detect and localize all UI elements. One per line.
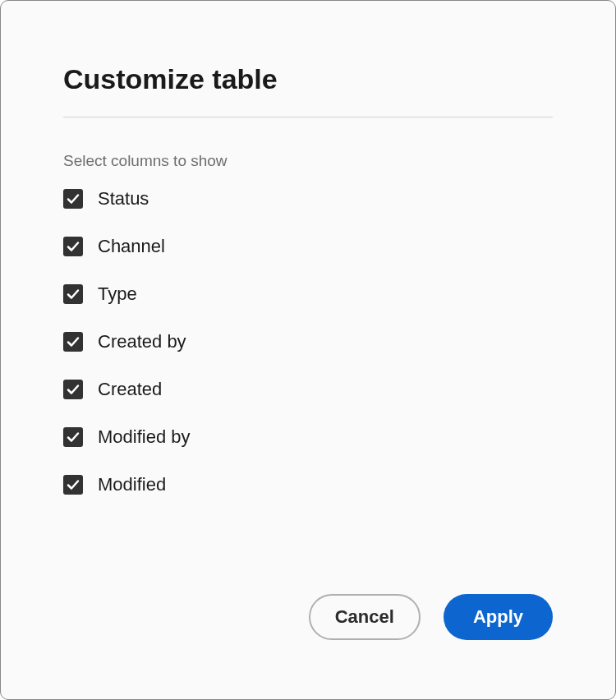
dialog-title: Customize table xyxy=(63,63,553,95)
check-icon xyxy=(67,240,80,253)
cancel-button[interactable]: Cancel xyxy=(309,594,421,640)
checkbox-label: Modified xyxy=(98,474,166,495)
check-icon xyxy=(67,478,80,491)
dialog-footer: Cancel Apply xyxy=(309,594,553,640)
checkbox-modified-by[interactable] xyxy=(63,427,83,447)
checkbox-row-created[interactable]: Created xyxy=(63,379,553,400)
check-icon xyxy=(67,431,80,444)
checkbox-label: Status xyxy=(98,188,149,210)
apply-button[interactable]: Apply xyxy=(444,594,553,640)
check-icon xyxy=(67,383,80,396)
checkbox-label: Created by xyxy=(98,331,186,352)
check-icon xyxy=(67,335,80,348)
checkbox-row-type[interactable]: Type xyxy=(63,283,553,305)
instruction-text: Select columns to show xyxy=(63,152,553,170)
checkbox-row-modified[interactable]: Modified xyxy=(63,474,553,495)
check-icon xyxy=(67,192,80,205)
checkbox-row-status[interactable]: Status xyxy=(63,188,553,210)
divider xyxy=(63,117,553,117)
check-icon xyxy=(67,288,80,301)
checkbox-label: Created xyxy=(98,379,162,400)
checkbox-modified[interactable] xyxy=(63,475,83,495)
checkbox-label: Type xyxy=(98,283,137,305)
checkbox-channel[interactable] xyxy=(63,237,83,256)
checkbox-row-channel[interactable]: Channel xyxy=(63,236,553,257)
customize-table-dialog: Customize table Select columns to show S… xyxy=(0,0,616,700)
checkbox-label: Channel xyxy=(98,236,165,257)
checkbox-row-modified-by[interactable]: Modified by xyxy=(63,426,553,448)
checkbox-created-by[interactable] xyxy=(63,332,83,352)
checkbox-type[interactable] xyxy=(63,284,83,304)
checkbox-created[interactable] xyxy=(63,380,83,399)
checkbox-label: Modified by xyxy=(98,426,191,448)
column-checkbox-list: Status Channel Type xyxy=(63,188,553,495)
checkbox-status[interactable] xyxy=(63,189,83,209)
checkbox-row-created-by[interactable]: Created by xyxy=(63,331,553,352)
